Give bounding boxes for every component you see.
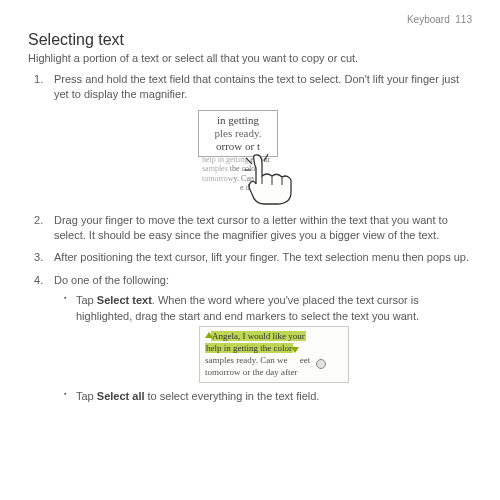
magnifier-box: in getting ples ready. orrow or t [198,110,278,157]
substep-select-text: Tap Select text. When the word where you… [54,293,472,382]
selection-end-marker-icon [291,347,299,353]
intro-text: Highlight a portion of a text or select … [28,51,472,66]
section-title: Selecting text [28,31,472,49]
finger-icon [242,152,312,207]
mag-line-1: in getting [203,114,273,127]
page-header: Keyboard 113 [28,14,472,25]
step-3: After positioning the text cursor, lift … [28,250,472,265]
step-1: Press and hold the text field that conta… [28,72,472,103]
figure-selection: Angela, I would like your help in gettin… [199,326,349,383]
steps-list: Press and hold the text field that conta… [28,72,472,103]
fig2-post2: tomorrow or the day after [205,367,297,377]
step-4: Do one of the following: Tap Select text… [28,273,472,404]
steps-list-cont: Drag your finger to move the text cursor… [28,213,472,404]
header-section: Keyboard [407,14,450,25]
fig2-post1: samples ready. Can we [205,355,290,365]
mag-line-2: ples ready. [203,127,273,140]
substep-select-all: Tap Select all to select everything in t… [54,389,472,404]
step-2: Drag your finger to move the text cursor… [28,213,472,244]
figure-magnifier: in getting ples ready. orrow or t help i… [180,110,320,205]
select-all-label: Select all [97,390,145,402]
select-text-label: Select text [97,294,152,306]
cursor-indicator-icon [316,359,326,369]
fig2-highlight: help in getting the color [205,343,293,353]
substeps-list: Tap Select text. When the word where you… [54,293,472,404]
fig2-pre: Angela, I would like your [211,331,306,341]
header-page: 113 [455,14,472,25]
selection-start-marker-icon [205,332,213,338]
